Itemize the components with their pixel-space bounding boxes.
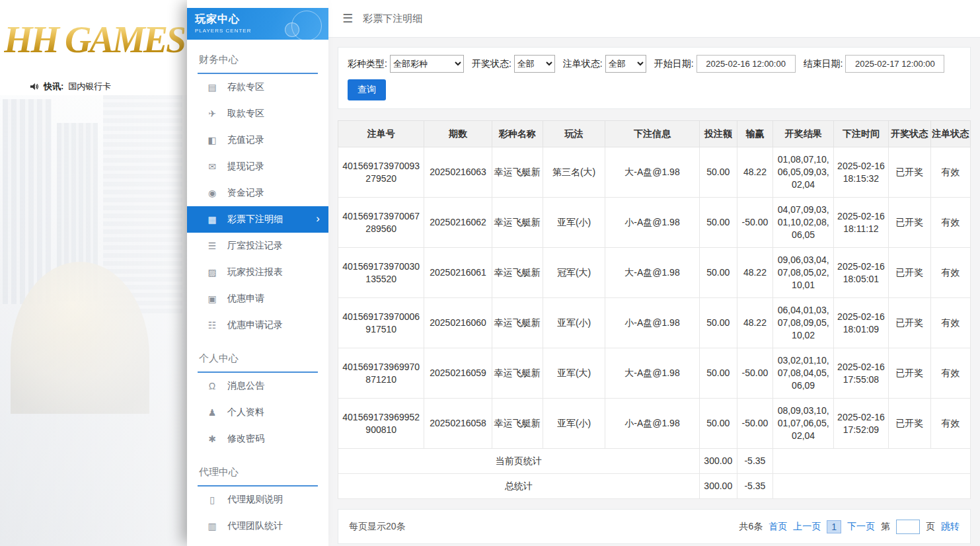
summary-label: 当前页统计 <box>338 449 700 474</box>
site-logo[interactable]: HH GAMES <box>4 19 184 61</box>
lottery-type-select[interactable]: 全部彩种 <box>390 55 464 73</box>
background-city-image <box>0 95 188 546</box>
cell: 已开奖 <box>888 399 930 449</box>
hamburger-menu-icon[interactable]: ☰ <box>342 11 353 26</box>
cell: 401569173970067289560 <box>338 198 424 248</box>
table-row: 40156917397006728956020250216062幸运飞艇新亚军(… <box>338 198 971 248</box>
cell: 有效 <box>930 298 970 348</box>
ticker-text: 国内银行卡 <box>68 81 111 93</box>
summary-winloss-total: -5.35 <box>737 474 773 499</box>
sidebar-item-recharge-record[interactable]: ◧充值记录 <box>187 127 328 153</box>
sidebar-item-label: 彩票下注明细 <box>227 214 283 225</box>
table-header-row: 注单号期数彩种名称玩法下注信息投注额输赢开奖结果下注时间开奖状态注单状态 <box>338 121 971 147</box>
bet-table: 注单号期数彩种名称玩法下注信息投注额输赢开奖结果下注时间开奖状态注单状态 401… <box>338 120 971 499</box>
sidebar-item-deposit[interactable]: ▤存款专区 <box>187 74 328 100</box>
cell: 大-A盘@1.98 <box>605 147 699 198</box>
start-date-input[interactable] <box>697 55 796 73</box>
sidebar-item-funds-record[interactable]: ◉资金记录 <box>187 180 328 206</box>
cell: 2025-02-16 18:15:32 <box>834 147 888 198</box>
lottery-type-label: 彩种类型: <box>348 58 387 70</box>
page-title: 彩票下注明细 <box>363 13 422 25</box>
table-row: 40156917397000691751020250216060幸运飞艇新亚军(… <box>338 298 971 348</box>
filter-box: 彩种类型: 全部彩种 开奖状态: 全部 注单状态: 全部 开始日期: 结束日期:… <box>338 47 971 109</box>
sidebar-section-title: 个人中心 <box>198 346 318 373</box>
search-button[interactable]: 查询 <box>348 79 386 100</box>
cell: 大-A盘@1.98 <box>605 348 699 399</box>
cell: 有效 <box>930 147 970 198</box>
cell: 冠军(大) <box>543 248 605 298</box>
cell: 有效 <box>930 399 970 449</box>
column-header: 玩法 <box>543 121 605 147</box>
sidebar-section-title: 财务中心 <box>198 48 318 74</box>
sidebar-item-agent-team-stats[interactable]: ▥代理团队统计 <box>187 513 328 539</box>
chevron-right-icon: › <box>316 212 320 225</box>
cell: -50.00 <box>737 198 773 248</box>
cell: 幸运飞艇新 <box>492 198 543 248</box>
sidebar-item-label: 优惠申请 <box>227 293 264 305</box>
sidebar-item-withdrawal-record[interactable]: ✉提现记录 <box>187 153 328 180</box>
cell: 48.22 <box>737 298 773 348</box>
order-status-select[interactable]: 全部 <box>605 55 646 73</box>
sidebar-section-title: 代理中心 <box>198 460 318 487</box>
sidebar-item-label: 取款专区 <box>227 108 264 120</box>
current-page-indicator[interactable]: 1 <box>827 520 841 533</box>
column-header: 投注额 <box>699 121 737 147</box>
summary-bet-total: 300.00 <box>699 474 737 499</box>
withdrawal-record-icon: ✉ <box>207 161 217 172</box>
summary-winloss-total: -5.35 <box>737 449 773 474</box>
agent-team-stats-icon: ▥ <box>207 521 217 531</box>
sidebar-item-label: 充值记录 <box>227 134 264 146</box>
bell-icon: Ω <box>207 381 217 391</box>
column-header: 下注信息 <box>605 121 699 147</box>
cell: 50.00 <box>699 147 737 198</box>
cell: 有效 <box>930 248 970 298</box>
sidebar-item-user[interactable]: ♟个人资料 <box>187 399 328 426</box>
next-page-link[interactable]: 下一页 <box>847 521 875 533</box>
sidebar-item-withdraw[interactable]: ✈取款专区 <box>187 100 328 127</box>
cell: 2025-02-16 18:11:12 <box>834 198 888 248</box>
first-page-link[interactable]: 首页 <box>769 521 787 533</box>
cell: 401569173970093279520 <box>338 147 424 198</box>
sidebar-item-promo-apply-record[interactable]: ☷优惠申请记录 <box>187 312 328 338</box>
summary-row: 当前页统计300.00-5.35 <box>338 449 971 474</box>
sidebar-item-bell[interactable]: Ω消息公告 <box>187 373 328 399</box>
pagination-bar: 每页显示20条 共6条 首页 上一页 1 下一页 第 页 跳转 <box>338 509 971 544</box>
cell: 401569173970006917510 <box>338 298 424 348</box>
total-count-text: 共6条 <box>739 521 763 533</box>
sidebar-item-label: 存款专区 <box>227 81 264 93</box>
end-date-input[interactable] <box>845 55 944 73</box>
summary-empty <box>773 474 971 499</box>
goto-page-button[interactable]: 跳转 <box>941 521 960 533</box>
goto-page-prefix: 第 <box>881 521 890 533</box>
column-header: 下注时间 <box>834 121 888 147</box>
player-center-sidebar: 玩家中心 PLAYERS CENTER 财务中心▤存款专区✈取款专区◧充值记录✉… <box>187 0 328 546</box>
sidebar-item-agent-rules[interactable]: ▯代理规则说明 <box>187 487 328 513</box>
cell: 亚军(小) <box>543 298 605 348</box>
sidebar-item-password[interactable]: ✱修改密码 <box>187 426 328 452</box>
cell: 2025-02-16 18:01:09 <box>834 298 888 348</box>
site-header: HH GAMES <box>0 0 188 78</box>
prev-page-link[interactable]: 上一页 <box>793 521 821 533</box>
sidebar-item-lottery-bet-details[interactable]: ▦彩票下注明细› <box>187 206 328 233</box>
sidebar-item-player-bet-report[interactable]: ▨玩家投注报表 <box>187 259 328 286</box>
summary-label: 总统计 <box>338 474 700 499</box>
cell: 50.00 <box>699 399 737 449</box>
agent-rules-icon: ▯ <box>207 494 217 505</box>
draw-status-select[interactable]: 全部 <box>514 55 555 73</box>
sidebar-item-label: 资金记录 <box>227 187 264 199</box>
cell: 09,06,03,04,07,08,05,02,10,01 <box>773 248 834 298</box>
sidebar-item-hall-bet-record[interactable]: ☰厅室投注记录 <box>187 233 328 259</box>
cell: 已开奖 <box>888 198 930 248</box>
sidebar-item-promo-apply[interactable]: ▣优惠申请 <box>187 286 328 312</box>
table-row: 40156917397009327952020250216063幸运飞艇新第三名… <box>338 147 971 198</box>
ticker-label: 快讯: <box>44 81 63 93</box>
cell: 401569173970030135520 <box>338 248 424 298</box>
lottery-bet-details-icon: ▦ <box>207 214 217 225</box>
promo-apply-icon: ▣ <box>207 293 217 304</box>
cell: 401569173969952900810 <box>338 399 424 449</box>
goto-page-input[interactable] <box>896 520 920 534</box>
cell: 小-A盘@1.98 <box>605 298 699 348</box>
cell: 04,07,09,03,01,10,02,08,06,05 <box>773 198 834 248</box>
cell: 小-A盘@1.98 <box>605 399 699 449</box>
cell: 20250216058 <box>424 399 492 449</box>
